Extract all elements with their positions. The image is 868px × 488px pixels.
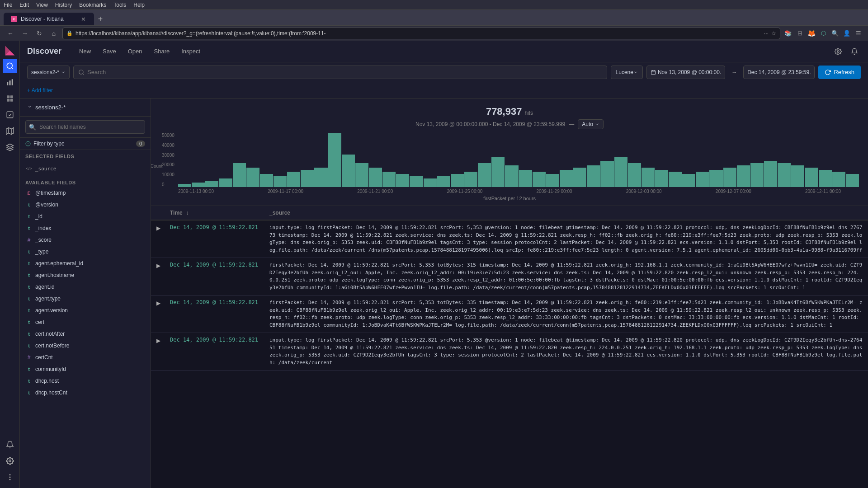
field-item[interactable]: t_type [20, 246, 151, 258]
field-item[interactable]: tcert.notAfter [20, 328, 151, 340]
field-item[interactable]: t_id [20, 211, 151, 222]
nav-ml[interactable] [3, 140, 17, 155]
notifications-icon[interactable] [848, 45, 861, 58]
field-search-input[interactable] [25, 120, 145, 134]
menu-view[interactable]: View [36, 2, 48, 8]
nav-discover[interactable] [3, 59, 17, 73]
nav-canvas[interactable] [3, 108, 17, 122]
histogram-bar[interactable] [219, 178, 232, 187]
histogram-bar[interactable] [600, 161, 613, 187]
histogram-bar[interactable] [778, 163, 791, 187]
histogram-bar[interactable] [314, 168, 327, 187]
nav-more[interactable] [3, 470, 17, 484]
menu-file[interactable]: File [4, 2, 12, 8]
settings-icon[interactable] [832, 45, 844, 58]
histogram-bar[interactable] [832, 172, 845, 187]
field-item[interactable]: tcommunityId [20, 363, 151, 375]
field-item[interactable]: tdhcp.host [20, 375, 151, 387]
field-item[interactable]: tcert.notBefore [20, 340, 151, 352]
expand-button[interactable]: ▶ [156, 262, 170, 269]
histogram-bar[interactable] [546, 174, 559, 187]
menu-history[interactable]: History [55, 2, 72, 8]
nav-visualize[interactable] [3, 75, 17, 89]
field-item[interactable]: 🗓@timestamp [20, 187, 151, 199]
histogram-bar[interactable] [369, 168, 382, 187]
field-item[interactable]: tagent.type [20, 293, 151, 305]
nav-management[interactable] [3, 454, 17, 468]
expand-button[interactable]: ▶ [156, 224, 170, 231]
share-button[interactable]: Share [149, 46, 175, 57]
histogram-bar[interactable] [491, 157, 505, 187]
histogram-bar[interactable] [437, 176, 450, 187]
histogram-bar[interactable] [723, 168, 736, 187]
histogram-bar[interactable] [642, 168, 655, 187]
open-button[interactable]: Open [123, 46, 147, 57]
menu-icon[interactable]: ☰ [854, 28, 863, 38]
active-tab[interactable]: K Discover - Kibana ✕ [4, 13, 94, 25]
histogram-bar[interactable] [287, 172, 300, 187]
menu-bookmarks[interactable]: Bookmarks [79, 2, 106, 8]
lucene-selector[interactable]: Lucene [611, 66, 643, 79]
nav-dashboard[interactable] [3, 91, 17, 106]
histogram-bar[interactable] [233, 163, 246, 187]
histogram-bar[interactable] [519, 170, 532, 187]
histogram-bar[interactable] [655, 170, 668, 187]
menu-help[interactable]: Help [133, 2, 145, 8]
histogram-bar[interactable] [696, 172, 709, 187]
histogram-bar[interactable] [451, 174, 464, 187]
histogram-bar[interactable] [301, 170, 314, 187]
histogram-bar[interactable] [750, 163, 764, 187]
histogram-bar[interactable] [260, 174, 273, 187]
search-bar[interactable]: Search [73, 66, 607, 79]
field-item[interactable]: tagent.id [20, 281, 151, 293]
table-row[interactable]: ▶ Dec 14, 2009 @ 11:59:22.821 firstPacke… [151, 258, 868, 296]
histogram-bar[interactable] [246, 168, 259, 187]
field-item[interactable]: #certCnt [20, 352, 151, 363]
field-item[interactable]: t@version [20, 199, 151, 211]
tab-close-button[interactable]: ✕ [80, 15, 87, 23]
field-item[interactable]: #_score [20, 234, 151, 246]
table-row[interactable]: ▶ Dec 14, 2009 @ 11:59:22.821 input.type… [151, 333, 868, 371]
reload-button[interactable]: ↻ [33, 28, 45, 39]
histogram-bar[interactable] [205, 181, 218, 187]
add-filter-button[interactable]: + Add filter [27, 87, 53, 94]
nav-alerts[interactable] [3, 437, 17, 452]
field-item[interactable]: tagent.hostname [20, 269, 151, 281]
histogram-bar[interactable] [573, 168, 586, 187]
forward-button[interactable]: → [19, 28, 31, 39]
histogram-bar[interactable] [328, 133, 341, 187]
selected-field-source[interactable]: </> _source [20, 163, 151, 174]
histogram-bar[interactable] [819, 170, 832, 187]
histogram-bar[interactable] [505, 165, 518, 187]
histogram-bar[interactable] [709, 170, 722, 187]
url-bar[interactable]: 🔒 https://localhost/kibana/app/kibana#/d… [62, 28, 780, 39]
date-picker[interactable]: Nov 13, 2009 @ 00:00:00. [646, 66, 725, 79]
histogram-bar[interactable] [791, 165, 804, 187]
histogram-bar[interactable] [614, 157, 627, 187]
histogram-bar[interactable] [560, 170, 573, 187]
histogram-bar[interactable] [478, 163, 491, 187]
histogram-bar[interactable] [382, 172, 396, 187]
field-item[interactable]: t_index [20, 222, 151, 234]
date-to-picker[interactable]: Dec 14, 2009 @ 23:59:59. [743, 66, 815, 79]
index-pattern-display[interactable]: sessions2-* [20, 99, 151, 117]
table-row[interactable]: ▶ Dec 14, 2009 @ 11:59:22.821 firstPacke… [151, 296, 868, 333]
home-button[interactable]: ⌂ [48, 28, 60, 39]
histogram-bar[interactable] [464, 172, 477, 187]
menu-edit[interactable]: Edit [19, 2, 29, 8]
histogram-bar[interactable] [342, 155, 355, 187]
menu-tools[interactable]: Tools [113, 2, 126, 8]
histogram-bar[interactable] [424, 178, 437, 187]
auto-select[interactable]: Auto [578, 119, 604, 129]
histogram-bar[interactable] [396, 174, 409, 187]
expand-button[interactable]: ▶ [156, 337, 170, 344]
field-item[interactable]: tcert [20, 316, 151, 328]
refresh-button[interactable]: Refresh [818, 66, 861, 79]
histogram-bar[interactable] [764, 161, 777, 187]
histogram-bar[interactable] [192, 183, 205, 187]
histogram-bar[interactable] [737, 165, 750, 187]
filter-by-type-row[interactable]: Filter by type 0 [20, 138, 151, 150]
histogram-bar[interactable] [669, 172, 682, 187]
col-time-header[interactable]: Time ↓ [170, 210, 269, 216]
user-icon[interactable]: 👤 [842, 28, 852, 38]
